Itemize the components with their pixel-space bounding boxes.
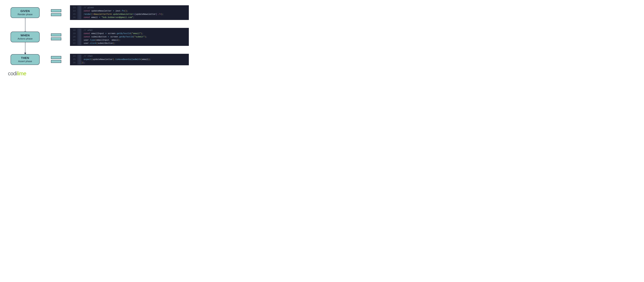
line-number: 26 <box>70 61 77 65</box>
line-number: 14 <box>70 9 77 13</box>
code-text: expect(updateNewsletter).toHaveBeenCalle… <box>81 58 189 61</box>
equals-bar <box>51 34 61 36</box>
equals-bar <box>51 37 61 40</box>
code-text: user.type(emailInput, email); <box>81 39 189 42</box>
equals-bar <box>51 9 61 12</box>
code-line: 13// given <box>70 6 189 9</box>
line-number: 25 <box>70 58 77 61</box>
phase-subtitle: Actions phase <box>12 37 38 40</box>
code-text: const emailInput = screen.getByTestId("e… <box>81 32 189 35</box>
line-number: 18 <box>70 29 77 32</box>
phase-row-then: THEN Assert phase 24// then25expect(upda… <box>8 54 636 65</box>
code-line: 14const updateNewsletter = jest.fn(); <box>70 9 189 13</box>
code-text: }); <box>81 61 189 65</box>
equals-bar <box>51 60 61 63</box>
flow-connector <box>25 16 25 32</box>
equals-bar <box>51 13 61 16</box>
code-text: const email = "bob.bobberson@gmail.com"; <box>81 16 189 19</box>
phase-subtitle: Assert phase <box>12 60 38 63</box>
code-line: 15render(<NewsletterForm updateNewslette… <box>70 13 189 16</box>
phase-row-given: GIVEN Render phase 13// given14const upd… <box>8 5 636 20</box>
line-number: 15 <box>70 13 77 16</box>
equals-bar <box>51 56 61 59</box>
logo-part-1: codi <box>8 71 17 76</box>
code-text: const submitButton = screen.getByTestId(… <box>81 35 189 39</box>
code-block-when: 18// when19const emailInput = screen.get… <box>70 28 189 46</box>
phase-box-when: WHEN Actions phase <box>10 32 40 42</box>
code-text: render(<NewsletterForm updateNewsletter=… <box>81 13 189 16</box>
line-number: 20 <box>70 35 77 39</box>
code-line: 26}); <box>70 61 189 65</box>
code-text: // then <box>81 55 189 58</box>
line-number: 19 <box>70 32 77 35</box>
line-number: 13 <box>70 6 77 9</box>
phase-title: WHEN <box>12 34 38 37</box>
phase-box-given: GIVEN Render phase <box>10 7 40 18</box>
phase-subtitle: Render phase <box>12 13 38 16</box>
equals-icon <box>48 56 65 63</box>
code-line: 25expect(updateNewsletter).toHaveBeenCal… <box>70 58 189 61</box>
code-text: // given <box>81 6 189 9</box>
code-text: user.click(submitButton); <box>81 42 189 45</box>
equals-icon <box>48 9 65 16</box>
code-line: 19const emailInput = screen.getByTestId(… <box>70 32 189 35</box>
logo-part-2: lime <box>17 71 26 76</box>
line-number: 21 <box>70 39 77 42</box>
code-line: 20const submitButton = screen.getByTestI… <box>70 35 189 39</box>
line-number: 22 <box>70 42 77 45</box>
code-text: const updateNewsletter = jest.fn(); <box>81 9 189 13</box>
line-number: 24 <box>70 55 77 58</box>
diagram-rows: GIVEN Render phase 13// given14const upd… <box>8 5 636 65</box>
code-block-then: 24// then25expect(updateNewsletter).toHa… <box>70 54 189 65</box>
phase-box-then: THEN Assert phase <box>10 54 40 65</box>
phase-title: THEN <box>12 56 38 60</box>
code-line: 16const email = "bob.bobberson@gmail.com… <box>70 16 189 19</box>
phase-title: GIVEN <box>12 9 38 13</box>
line-number: 16 <box>70 16 77 19</box>
codilime-logo: codilime <box>8 71 636 77</box>
equals-icon <box>48 34 65 40</box>
phase-row-when: WHEN Actions phase 18// when19const emai… <box>8 28 636 46</box>
code-line: 24// then <box>70 55 189 58</box>
code-block-given: 13// given14const updateNewsletter = jes… <box>70 5 189 20</box>
code-line: 18// when <box>70 29 189 32</box>
code-text: // when <box>81 29 189 32</box>
code-line: 21user.type(emailInput, email); <box>70 39 189 42</box>
code-line: 22user.click(submitButton); <box>70 42 189 45</box>
